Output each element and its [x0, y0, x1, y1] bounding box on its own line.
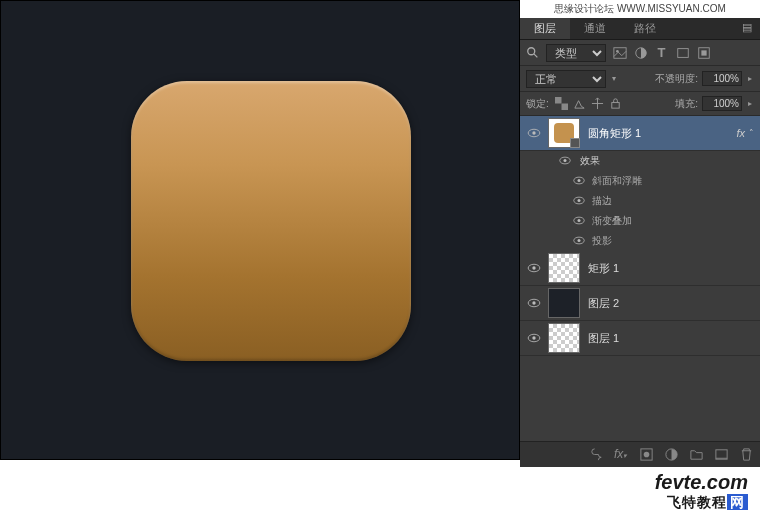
visibility-eye-icon[interactable] [527, 333, 541, 343]
panel-footer: fx▾ [520, 441, 760, 467]
blend-mode-select[interactable]: 正常 [526, 70, 606, 88]
svg-rect-5 [677, 48, 688, 57]
trash-icon[interactable] [739, 447, 754, 462]
svg-point-30 [644, 452, 650, 458]
visibility-eye-icon[interactable] [573, 216, 587, 226]
svg-point-20 [578, 219, 581, 222]
mask-icon[interactable] [639, 447, 654, 462]
chevron-down-icon[interactable]: ▸ [746, 99, 754, 108]
watermark: 思缘设计论坛 WWW.MISSYUAN.COM [520, 0, 760, 18]
visibility-eye-icon[interactable] [559, 156, 573, 166]
fill-label: 填充: [675, 97, 698, 111]
layers-panel: 图层 通道 路径 ▤ 类型 T 正常 [520, 18, 760, 467]
svg-point-28 [532, 336, 535, 339]
layer-list: 圆角矩形 1 fx ˄ 效果 斜面和浮雕 描边 [520, 116, 760, 441]
lock-transparency-icon[interactable] [555, 97, 568, 110]
effect-item[interactable]: 斜面和浮雕 [520, 171, 760, 191]
rounded-rectangle-shape [131, 81, 411, 361]
chevron-up-icon[interactable]: ˄ [749, 128, 754, 138]
svg-line-1 [534, 53, 538, 57]
svg-point-26 [532, 301, 535, 304]
svg-point-18 [578, 199, 581, 202]
lock-pixels-icon[interactable] [573, 97, 586, 110]
link-layers-icon[interactable] [589, 447, 604, 462]
layer-row[interactable]: 圆角矩形 1 fx ˄ [520, 116, 760, 151]
filter-adjust-icon[interactable] [633, 45, 648, 60]
layer-thumbnail[interactable] [548, 253, 580, 283]
layer-name[interactable]: 图层 1 [588, 331, 760, 346]
svg-rect-7 [701, 50, 706, 55]
filter-smartobj-icon[interactable] [696, 45, 711, 60]
lock-row: 锁定: 填充: ▸ [520, 92, 760, 116]
svg-point-14 [564, 159, 567, 162]
chevron-down-icon[interactable]: ▾ [610, 74, 618, 83]
fx-badge[interactable]: fx [736, 127, 745, 139]
fill-input[interactable] [702, 96, 742, 111]
lock-all-icon[interactable] [609, 97, 622, 110]
panel-menu-icon[interactable]: ▤ [734, 18, 760, 39]
logo-domain: fevte.com [520, 471, 748, 494]
lock-position-icon[interactable] [591, 97, 604, 110]
chevron-down-icon[interactable]: ▸ [746, 74, 754, 83]
visibility-eye-icon[interactable] [527, 298, 541, 308]
effect-item[interactable]: 投影 [520, 231, 760, 251]
svg-rect-10 [612, 103, 619, 109]
tab-paths[interactable]: 路径 [620, 18, 670, 39]
svg-point-16 [578, 179, 581, 182]
search-icon[interactable] [526, 46, 540, 60]
filter-row: 类型 T [520, 40, 760, 66]
filter-type-select[interactable]: 类型 [546, 44, 606, 62]
svg-point-24 [532, 266, 535, 269]
layer-name[interactable]: 矩形 1 [588, 261, 760, 276]
effects-header-row[interactable]: 效果 [520, 151, 760, 171]
filter-image-icon[interactable] [612, 45, 627, 60]
visibility-eye-icon[interactable] [527, 128, 541, 138]
filter-text-icon[interactable]: T [654, 45, 669, 60]
visibility-eye-icon[interactable] [573, 196, 587, 206]
layer-row[interactable]: 图层 2 [520, 286, 760, 321]
opacity-input[interactable] [702, 71, 742, 86]
vector-mask-badge [570, 138, 580, 148]
visibility-eye-icon[interactable] [527, 263, 541, 273]
blend-row: 正常 ▾ 不透明度: ▸ [520, 66, 760, 92]
layer-thumbnail[interactable] [548, 288, 580, 318]
svg-point-0 [528, 47, 535, 54]
layer-row[interactable]: 矩形 1 [520, 251, 760, 286]
effect-name: 描边 [592, 194, 612, 208]
layer-name[interactable]: 圆角矩形 1 [588, 126, 736, 141]
filter-shape-icon[interactable] [675, 45, 690, 60]
opacity-label: 不透明度: [655, 72, 698, 86]
group-icon[interactable] [689, 447, 704, 462]
layer-thumbnail[interactable] [548, 118, 580, 148]
effect-item[interactable]: 渐变叠加 [520, 211, 760, 231]
effect-name: 投影 [592, 234, 612, 248]
adjustment-icon[interactable] [664, 447, 679, 462]
layer-name[interactable]: 图层 2 [588, 296, 760, 311]
lock-label: 锁定: [526, 97, 549, 111]
canvas[interactable] [0, 0, 520, 460]
layer-thumbnail[interactable] [548, 323, 580, 353]
panel-tabs: 图层 通道 路径 ▤ [520, 18, 760, 40]
visibility-eye-icon[interactable] [573, 236, 587, 246]
effect-name: 渐变叠加 [592, 214, 632, 228]
site-logo: fevte.com 飞特教程网 [520, 467, 760, 515]
logo-tagline: 飞特教程网 [520, 494, 748, 512]
new-layer-icon[interactable] [714, 447, 729, 462]
tab-channels[interactable]: 通道 [570, 18, 620, 39]
effect-item[interactable]: 描边 [520, 191, 760, 211]
svg-point-22 [578, 239, 581, 242]
fx-icon[interactable]: fx▾ [614, 447, 629, 462]
effect-name: 斜面和浮雕 [592, 174, 642, 188]
svg-rect-9 [561, 104, 568, 111]
svg-point-12 [532, 131, 535, 134]
effects-label: 效果 [580, 154, 600, 168]
svg-rect-8 [555, 97, 562, 104]
visibility-eye-icon[interactable] [573, 176, 587, 186]
layer-row[interactable]: 图层 1 [520, 321, 760, 356]
tab-layers[interactable]: 图层 [520, 18, 570, 39]
